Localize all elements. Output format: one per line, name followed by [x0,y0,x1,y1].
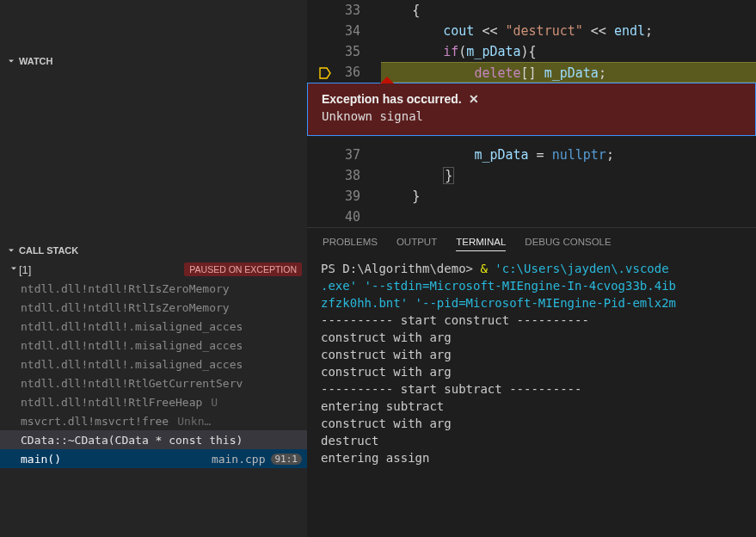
watch-header[interactable]: WATCH [0,52,307,71]
line-number: 37 [307,145,381,165]
stack-frame-selected[interactable]: main() main.cpp 91:1 [0,449,307,468]
stack-frame[interactable]: msvcrt.dll!msvcrt!freeUnkn… [0,411,307,430]
callstack-section: CALL STACK [1] PAUSED ON EXCEPTION ntdll… [0,241,307,537]
callstack-title: CALL STACK [19,245,78,256]
line-number: 40 [307,207,381,227]
code-editor[interactable]: 33 { 34 cout << "destruct" << endl; 35 i… [307,0,756,227]
stack-frame-active[interactable]: CData::~CData(CData * const this) [0,430,307,449]
exception-message: Unknown signal [322,109,741,123]
frame-label: main() [21,453,61,466]
stack-frame[interactable]: ntdll.dll!ntdll!RtlIsZeroMemory [0,298,307,317]
thread-row[interactable]: [1] PAUSED ON EXCEPTION [0,260,307,279]
popup-arrow-icon [380,77,394,83]
paused-badge: PAUSED ON EXCEPTION [184,262,302,276]
close-icon[interactable]: ✕ [469,92,479,106]
stack-frame[interactable]: ntdll.dll!ntdll!.misaligned_acces [0,317,307,336]
chevron-down-icon [9,263,19,276]
tab-terminal[interactable]: TERMINAL [456,237,506,251]
frame-file: main.cpp [212,453,266,466]
line-number: 39 [307,186,381,207]
frame-label: CData::~CData(CData * const this) [21,434,243,447]
line-number: 33 [307,0,381,21]
stack-frame[interactable]: ntdll.dll!ntdll!RtlFreeHeapU [0,392,307,411]
watch-title: WATCH [19,56,53,66]
stack-frame[interactable]: ntdll.dll!ntdll!RtlIsZeroMemory [0,279,307,298]
tab-output[interactable]: OUTPUT [396,237,437,251]
exception-popup: Exception has occurred. ✕ Unknown signal [307,83,756,136]
thread-label: [1] [19,263,31,276]
debug-sidebar: WATCH CALL STACK [1] PAUSED ON EXCEPTION… [0,0,307,537]
exception-title: Exception has occurred. [322,92,462,106]
frame-location: 91:1 [271,454,303,465]
chevron-down-icon [5,244,17,256]
line-number: 35 [307,41,381,62]
line-number: 34 [307,21,381,41]
line-number: 36 [307,62,381,83]
tab-debug-console[interactable]: DEBUG CONSOLE [525,237,611,251]
main-area: 33 { 34 cout << "destruct" << endl; 35 i… [307,0,756,537]
tab-problems[interactable]: PROBLEMS [323,237,378,251]
stack-frame[interactable]: ntdll.dll!ntdll!.misaligned_acces [0,355,307,373]
chevron-down-icon [5,55,17,67]
terminal-output[interactable]: PS D:\Algorithm\demo> & 'c:\Users\jayden… [307,256,756,470]
line-number: 38 [307,165,381,186]
stack-frame[interactable]: ntdll.dll!ntdll!.misaligned_acces [0,336,307,355]
panel-tabs: PROBLEMS OUTPUT TERMINAL DEBUG CONSOLE [307,227,756,256]
watch-section: WATCH [0,0,307,241]
callstack-header[interactable]: CALL STACK [0,241,307,260]
stack-frame[interactable]: ntdll.dll!ntdll!RtlGetCurrentServ [0,373,307,392]
